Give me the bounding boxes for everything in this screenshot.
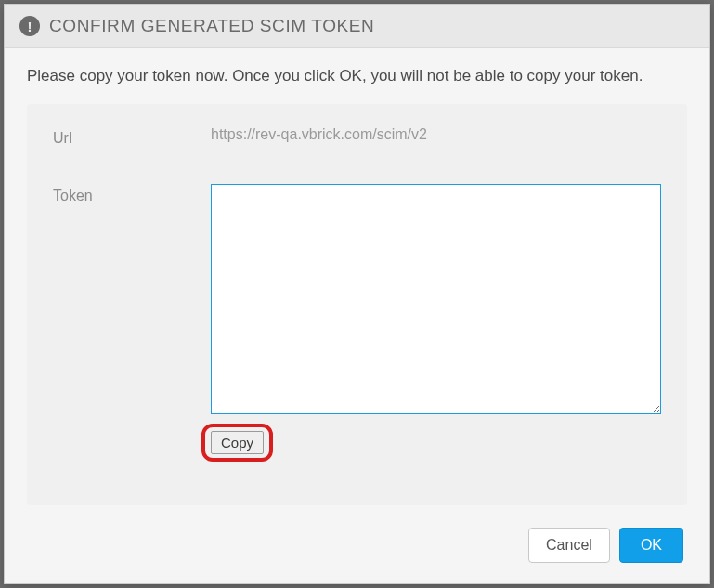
token-row: Token Copy <box>53 184 661 454</box>
copy-button-wrap: Copy <box>211 431 264 454</box>
token-panel: Url https://rev-qa.vbrick.com/scim/v2 To… <box>27 104 687 505</box>
instruction-text: Please copy your token now. Once you cli… <box>27 67 687 85</box>
cancel-button[interactable]: Cancel <box>528 528 610 563</box>
modal-overlay: ! CONFIRM GENERATED SCIM TOKEN Please co… <box>0 0 714 588</box>
dialog-title: CONFIRM GENERATED SCIM TOKEN <box>49 16 374 36</box>
token-textarea[interactable] <box>211 184 661 414</box>
url-row: Url https://rev-qa.vbrick.com/scim/v2 <box>53 126 661 147</box>
url-label: Url <box>53 126 211 147</box>
confirm-token-dialog: ! CONFIRM GENERATED SCIM TOKEN Please co… <box>4 4 710 584</box>
dialog-body: Please copy your token now. Once you cli… <box>5 48 709 515</box>
copy-button[interactable]: Copy <box>211 431 264 454</box>
dialog-header: ! CONFIRM GENERATED SCIM TOKEN <box>5 5 709 48</box>
warning-icon: ! <box>19 16 40 36</box>
url-value: https://rev-qa.vbrick.com/scim/v2 <box>211 126 427 142</box>
token-label: Token <box>53 184 211 204</box>
ok-button[interactable]: OK <box>619 528 683 563</box>
dialog-footer: Cancel OK <box>5 515 709 583</box>
